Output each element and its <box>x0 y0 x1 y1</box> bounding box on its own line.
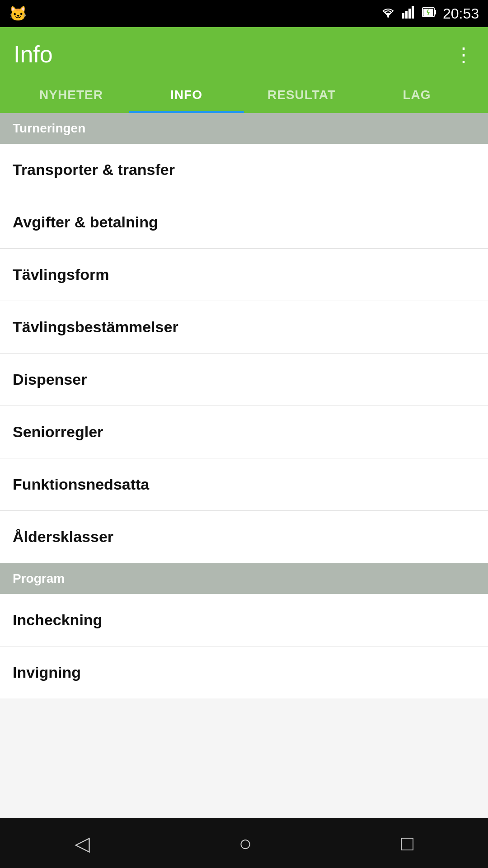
list-item[interactable]: Invigning <box>0 646 488 698</box>
list-item-text: Funktionsnedsatta <box>13 476 149 493</box>
list-item-text: Avgifter & betalning <box>13 213 158 231</box>
tabs-container: NYHETER INFO RESULTAT LAG <box>14 77 474 113</box>
app-title: Info <box>14 41 53 68</box>
svg-rect-3 <box>408 9 411 19</box>
list-item[interactable]: Dispenser <box>0 354 488 406</box>
status-time: 20:53 <box>443 5 479 22</box>
list-item[interactable]: Transporter & transfer <box>0 144 488 196</box>
section-header-text: Program <box>13 571 65 585</box>
status-bar-left: 🐱 <box>9 5 27 22</box>
section-header-program: Program <box>0 563 488 594</box>
list-item[interactable]: Tävlingsform <box>0 249 488 301</box>
tab-resultat[interactable]: RESULTAT <box>244 77 359 113</box>
content-area: Turneringen Transporter & transfer Avgif… <box>0 113 488 868</box>
status-bar-right: 20:53 <box>380 5 479 22</box>
list-item[interactable]: Avgifter & betalning <box>0 196 488 249</box>
list-item[interactable]: Incheckning <box>0 594 488 646</box>
wifi-icon <box>380 6 396 22</box>
list-item-text: Åldersklasser <box>13 528 113 545</box>
list-item[interactable]: Åldersklasser <box>0 511 488 563</box>
svg-point-0 <box>387 16 389 18</box>
svg-rect-6 <box>434 10 436 14</box>
list-item-text: Tävlingsbestämmelser <box>13 318 178 335</box>
app-bar-top: Info ⋮ <box>14 41 474 77</box>
tab-info[interactable]: INFO <box>129 77 244 113</box>
app-bar: Info ⋮ NYHETER INFO RESULTAT LAG <box>0 27 488 113</box>
home-button[interactable] <box>239 831 252 856</box>
signal-icon <box>402 6 416 22</box>
svg-rect-2 <box>405 11 408 19</box>
section-header-text: Turneringen <box>13 121 85 135</box>
list-item-text: Invigning <box>13 664 81 681</box>
list-item-text: Transporter & transfer <box>13 161 175 178</box>
svg-rect-1 <box>402 13 404 19</box>
list-item-text: Seniorregler <box>13 423 103 440</box>
tab-lag[interactable]: LAG <box>359 77 474 113</box>
list-item-text: Incheckning <box>13 611 102 628</box>
list-item-text: Dispenser <box>13 371 87 388</box>
battery-icon <box>422 6 436 22</box>
list-item-text: Tävlingsform <box>13 266 109 283</box>
cat-icon: 🐱 <box>9 5 27 22</box>
recents-button[interactable] <box>401 831 413 855</box>
back-button[interactable] <box>75 832 90 855</box>
status-bar: 🐱 <box>0 0 488 27</box>
list-item[interactable]: Funktionsnedsatta <box>0 458 488 511</box>
tab-nyheter[interactable]: NYHETER <box>14 77 129 113</box>
bottom-nav <box>0 818 488 868</box>
more-options-button[interactable]: ⋮ <box>454 43 474 66</box>
section-header-turneringen: Turneringen <box>0 113 488 144</box>
list-item[interactable]: Seniorregler <box>0 406 488 458</box>
svg-rect-4 <box>412 6 414 19</box>
list-item[interactable]: Tävlingsbestämmelser <box>0 301 488 354</box>
